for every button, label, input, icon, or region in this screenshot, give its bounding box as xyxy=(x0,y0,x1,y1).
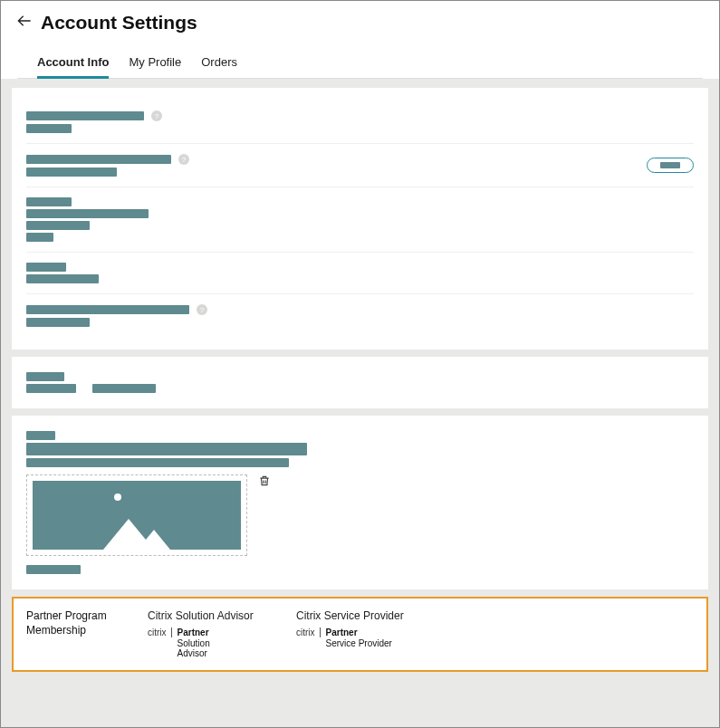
field-label xyxy=(26,565,81,574)
tab-account-info[interactable]: Account Info xyxy=(37,50,109,79)
field-value xyxy=(26,124,72,133)
field-label xyxy=(26,155,171,164)
page-title: Account Settings xyxy=(41,12,197,34)
secondary-card xyxy=(12,357,708,408)
program-title: Citrix Solution Advisor xyxy=(148,609,274,622)
field-value xyxy=(26,233,53,242)
partner-badge: citrix Partner Service Provider xyxy=(296,627,423,648)
help-icon[interactable]: ? xyxy=(178,154,189,165)
delete-logo-icon[interactable] xyxy=(258,474,271,556)
account-info-card: ? ? xyxy=(12,88,708,350)
field-value xyxy=(26,318,90,327)
image-placeholder-icon xyxy=(33,481,241,550)
help-icon[interactable]: ? xyxy=(197,304,207,315)
edit-button[interactable] xyxy=(647,158,694,173)
field-value xyxy=(26,168,117,177)
logo-card xyxy=(12,416,708,589)
partner-badge: citrix Partner Solution Advisor xyxy=(148,627,274,659)
help-icon[interactable]: ? xyxy=(151,110,162,121)
field-label xyxy=(26,263,66,272)
citrix-logo: citrix xyxy=(296,627,321,637)
program-service-provider: Citrix Service Provider citrix Partner S… xyxy=(296,609,423,659)
field-value xyxy=(26,274,99,283)
tabs: Account Info My Profile Orders xyxy=(17,50,703,79)
program-title: Citrix Service Provider xyxy=(296,609,423,622)
field-value xyxy=(92,384,156,393)
back-icon[interactable] xyxy=(17,14,32,32)
field-label xyxy=(26,305,189,314)
field-value xyxy=(26,209,149,218)
tab-orders[interactable]: Orders xyxy=(201,50,237,78)
field-label xyxy=(26,111,144,120)
field-value xyxy=(26,384,76,393)
content-area: ? ? xyxy=(1,79,719,728)
description xyxy=(26,458,289,467)
field-label xyxy=(26,197,72,206)
partner-program-card: Partner Program Membership Citrix Soluti… xyxy=(12,597,708,672)
field-value xyxy=(26,221,90,230)
citrix-logo: citrix xyxy=(148,627,172,637)
logo-upload-frame[interactable] xyxy=(26,474,247,556)
tab-my-profile[interactable]: My Profile xyxy=(129,50,181,78)
field-label xyxy=(26,431,55,440)
partner-program-heading: Partner Program Membership xyxy=(26,609,126,659)
field-label xyxy=(26,372,64,381)
description xyxy=(26,443,307,455)
program-solution-advisor: Citrix Solution Advisor citrix Partner S… xyxy=(148,609,274,659)
